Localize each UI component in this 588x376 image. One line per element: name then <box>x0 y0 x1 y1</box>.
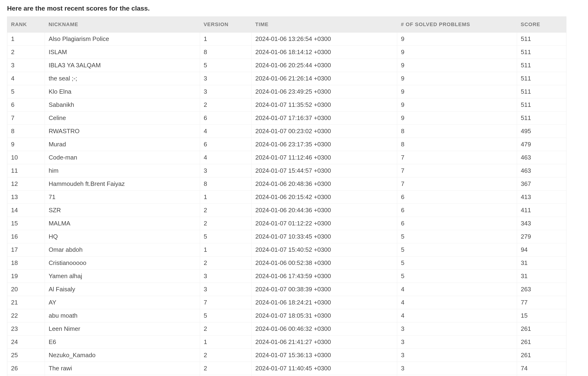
cell-solved: 9 <box>397 33 517 46</box>
cell-solved: 3 <box>397 375 517 376</box>
table-row: 19Yamen alhaj32024-01-06 17:43:59 +03005… <box>7 270 566 283</box>
cell-nickname: Cristianooooo <box>45 256 200 270</box>
cell-solved: 6 <box>397 204 517 217</box>
cell-version: 6 <box>200 138 252 151</box>
cell-nickname: AY <box>45 296 200 309</box>
cell-solved: 9 <box>397 59 517 72</box>
cell-nickname: RWASTRO <box>45 125 200 138</box>
header-score[interactable]: SCORE <box>517 17 566 33</box>
cell-solved: 3 <box>397 362 517 375</box>
cell-version: 2 <box>200 256 252 270</box>
table-row: 25Nezuko_Kamado22024-01-07 15:36:13 +030… <box>7 349 566 362</box>
cell-score: 263 <box>517 283 566 296</box>
cell-time: 2024-01-07 01:12:22 +0300 <box>252 217 397 230</box>
cell-version: 5 <box>200 309 252 322</box>
cell-version: 3 <box>200 72 252 85</box>
cell-nickname: Yamen alhaj <box>45 270 200 283</box>
cell-nickname: Al Faisaly <box>45 283 200 296</box>
cell-time: 2024-01-07 15:44:57 +0300 <box>252 164 397 177</box>
cell-solved: 9 <box>397 46 517 59</box>
cell-solved: 9 <box>397 85 517 98</box>
cell-nickname: Omar abdoh <box>45 243 200 256</box>
cell-rank: 8 <box>7 125 45 138</box>
cell-score: 261 <box>517 335 566 349</box>
cell-version: 2 <box>200 362 252 375</box>
cell-score: 463 <box>517 164 566 177</box>
table-row: 2ISLAM82024-01-06 18:14:12 +03009511 <box>7 46 566 59</box>
cell-score: 31 <box>517 256 566 270</box>
table-row: 11him32024-01-07 15:44:57 +03007463 <box>7 164 566 177</box>
cell-solved: 6 <box>397 191 517 204</box>
cell-version: 1 <box>200 33 252 46</box>
cell-solved: 9 <box>397 72 517 85</box>
cell-score: 511 <box>517 33 566 46</box>
header-time[interactable]: TIME <box>252 17 397 33</box>
cell-score: 261 <box>517 349 566 362</box>
cell-rank: 11 <box>7 164 45 177</box>
header-solved[interactable]: # OF SOLVED PROBLEMS <box>397 17 517 33</box>
cell-rank: 17 <box>7 243 45 256</box>
cell-version: 2 <box>200 204 252 217</box>
table-row: 10Code-man42024-01-07 11:12:46 +03007463 <box>7 151 566 164</box>
cell-rank: 12 <box>7 177 45 191</box>
cell-solved: 9 <box>397 111 517 125</box>
cell-rank: 7 <box>7 111 45 125</box>
cell-rank: 16 <box>7 230 45 243</box>
cell-score: 343 <box>517 217 566 230</box>
cell-time: 2024-01-07 11:12:46 +0300 <box>252 151 397 164</box>
table-row: 1Also Plagiarism Police12024-01-06 13:26… <box>7 33 566 46</box>
cell-solved: 7 <box>397 177 517 191</box>
page-title: Here are the most recent scores for the … <box>7 5 581 12</box>
cell-nickname: HQ <box>45 230 200 243</box>
cell-solved: 8 <box>397 138 517 151</box>
cell-score: 74 <box>517 362 566 375</box>
cell-time: 2024-01-07 10:33:45 +0300 <box>252 230 397 243</box>
table-row: 8RWASTRO42024-01-07 00:23:02 +03008495 <box>7 125 566 138</box>
table-row: 12Hammoudeh ft.Brent Faiyaz82024-01-06 2… <box>7 177 566 191</box>
cell-rank: 5 <box>7 85 45 98</box>
cell-version: 3 <box>200 85 252 98</box>
cell-time: 2024-01-06 18:14:12 +0300 <box>252 46 397 59</box>
cell-version: 4 <box>200 125 252 138</box>
table-row: 26The rawi22024-01-07 11:40:45 +0300374 <box>7 362 566 375</box>
header-rank[interactable]: RANK <box>7 17 45 33</box>
cell-rank: 10 <box>7 151 45 164</box>
cell-rank: 24 <box>7 335 45 349</box>
cell-score: 279 <box>517 230 566 243</box>
cell-rank: 20 <box>7 283 45 296</box>
cell-solved: 3 <box>397 335 517 349</box>
cell-time: 2024-01-06 21:26:14 +0300 <box>252 72 397 85</box>
cell-time: 2024-01-06 13:26:54 +0300 <box>252 33 397 46</box>
cell-rank: 6 <box>7 98 45 111</box>
cell-version: 1 <box>200 243 252 256</box>
cell-rank: 25 <box>7 349 45 362</box>
cell-nickname: Leen Nimer <box>45 322 200 335</box>
cell-solved: 5 <box>397 256 517 270</box>
cell-score: 463 <box>517 151 566 164</box>
cell-nickname: 71 <box>45 191 200 204</box>
cell-time: 2024-01-06 20:15:42 +0300 <box>252 191 397 204</box>
cell-score: 367 <box>517 177 566 191</box>
cell-rank: 18 <box>7 256 45 270</box>
header-version[interactable]: VERSION <box>200 17 252 33</box>
cell-time: 2024-01-06 00:52:38 +0300 <box>252 256 397 270</box>
cell-score: 261 <box>517 322 566 335</box>
header-nickname[interactable]: NICKNAME <box>45 17 200 33</box>
cell-score: 511 <box>517 111 566 125</box>
cell-score: 77 <box>517 296 566 309</box>
table-row: 6Sabanikh22024-01-07 11:35:52 +03009511 <box>7 98 566 111</box>
cell-time: 2024-01-06 20:44:36 +0300 <box>252 204 397 217</box>
cell-time: 2024-01-07 15:40:52 +0300 <box>252 243 397 256</box>
cell-time: 2024-01-06 20:48:36 +0300 <box>252 177 397 191</box>
cell-time: 2024-01-07 00:23:02 +0300 <box>252 125 397 138</box>
cell-nickname: MALMA <box>45 217 200 230</box>
table-row: 5Klo Elna32024-01-06 23:49:25 +03009511 <box>7 85 566 98</box>
cell-nickname: Sabanikh <box>45 98 200 111</box>
cell-nickname: Nezuko_Kamado <box>45 349 200 362</box>
cell-rank: 13 <box>7 191 45 204</box>
cell-version: 1 <box>200 335 252 349</box>
cell-nickname: the seal ;-; <box>45 72 200 85</box>
cell-nickname: Code-man <box>45 151 200 164</box>
cell-solved: 5 <box>397 243 517 256</box>
cell-time: 2024-01-07 18:05:31 +0300 <box>252 309 397 322</box>
